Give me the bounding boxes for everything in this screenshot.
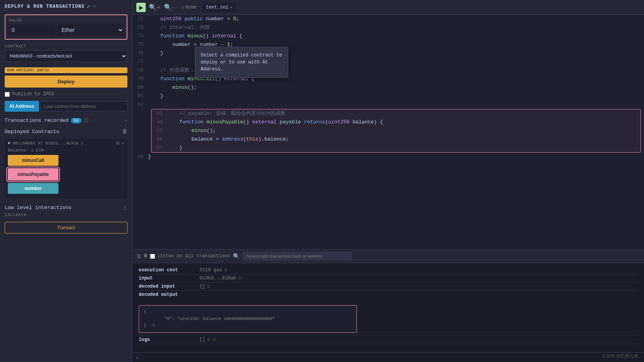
expand-bottom-btn[interactable]: › [136,354,138,360]
listen-label: listen on all transactions [157,253,230,259]
copy-decoded-input-icon[interactable]: ⧉ [207,284,210,289]
check-icon: ✓ [87,3,90,10]
highlighted-code-block: 83 // payable: 送钱，能给合约支付eth的函数 84 functi… [151,109,641,153]
number-button[interactable]: number [8,183,58,194]
log-label-decoded-output: decoded output [139,292,193,297]
decoded-output-inner: { "0": "uint256: balance 100000000000000… [144,309,352,329]
deployed-contracts-label: Deployed Contracts [5,129,59,135]
home-label: Home [185,5,197,10]
publish-checkbox[interactable] [5,92,10,97]
code-area: 72 uint256 public number = 5; 73 // inte… [132,15,644,249]
deployed-contracts-header: Deployed Contracts 🗑 [5,128,127,135]
log-value-logs: [] ⧉ ⧉ [199,337,216,343]
contract-instance-name: HELLOWEB3 AT 0XB31...4E9CA ( [13,141,84,146]
minus-call-button[interactable]: minusCall [8,155,58,166]
tab-home[interactable]: ⌂ Home [177,2,201,12]
value-section: VALUE Wei Gwei Ether [5,14,127,40]
code-line-81: 81 } [132,92,644,100]
copy-logs-icon-1[interactable]: ⧉ [207,337,210,342]
bottom-toolbar: ⇅ 0 listen on all transactions 🔍 [132,250,644,263]
code-line-85: 85 minus(); [152,127,640,135]
tooltip-box: Select a compiled contract to deploy or … [195,47,288,78]
publish-row: Publish to IPFS [5,91,127,97]
publish-label: Publish to IPFS [12,91,54,97]
log-label-logs: logs [139,337,193,343]
home-icon: ⌂ [181,5,184,10]
contract-select[interactable]: HelloWeb3 - contracts/text.sol [5,50,127,62]
value-label: VALUE [9,18,124,23]
log-row-decoded-output: decoded output { "0": "uint256: balance … [139,291,638,336]
watermark: CSDN @忆梦九洲 [603,353,638,359]
tab-close-icon[interactable]: ✕ [230,5,232,10]
tooltip-text: Select a compiled contract to deploy or … [201,53,282,72]
code-line-88: 88 } [132,153,644,161]
trash-icon[interactable]: 🗑 [122,128,127,135]
left-panel: DEPLOY & RUN TRANSACTIONS ✓ › VALUE Wei … [0,0,132,362]
log-label-decoded-input: decoded input [139,284,193,289]
code-line-84: 84 function minusPayable() external paya… [152,118,640,127]
at-address-button[interactable]: At Address [5,101,39,112]
tab-bar: ▶ 🔍+ 🔍- ⌂ Home text.sol ✕ [132,0,644,15]
code-line-74: 74 function minus() internal { [132,32,644,40]
copy-decoded-output-icon[interactable]: ⧉ [152,323,155,328]
balance-text: Balance: 1 ETH [8,148,124,153]
decoded-output-block: { "0": "uint256: balance 100000000000000… [139,305,357,333]
tx-arrow-icon[interactable]: › [124,118,127,123]
load-contract-input[interactable] [41,101,127,111]
code-line-72: 72 uint256 public number = 5; [132,15,644,23]
at-address-row: At Address [5,101,127,112]
listen-checkbox[interactable] [150,254,155,259]
search-input[interactable] [243,252,352,260]
log-value-decoded-input: {} ⧉ [199,284,210,289]
calldata-label: CALLDATA [5,213,127,217]
right-panel: ▶ 🔍+ 🔍- ⌂ Home text.sol ✕ 72 uint256 pub… [132,0,644,362]
close-icon[interactable]: ✕ [122,141,124,146]
tab-text-sol[interactable]: text.sol ✕ [202,2,236,12]
log-row-decoded-input: decoded input {} ⧉ [139,283,638,291]
log-row-input: input 0x303...810a6 ⧉ [139,274,638,283]
panel-title: DEPLOY & RUN TRANSACTIONS ✓ › [5,3,127,10]
copy-execution-cost-icon[interactable]: ⧉ [224,268,228,272]
run-button[interactable]: ▶ [136,3,146,12]
tx-count-badge: 56 [71,118,81,123]
contract-section: CONTRACT HelloWeb3 - contracts/text.sol [5,44,127,62]
caret-icon[interactable]: ▼ [8,141,11,146]
bottom-arrow-btn[interactable]: ⇅ [136,253,141,259]
minus-payable-button[interactable]: minusPayable [8,168,58,181]
contract-label: CONTRACT [5,44,127,49]
code-line-80: 80 minus(); [132,83,644,92]
bottom-panel: ⇅ 0 listen on all transactions 🔍 executi… [132,249,644,362]
low-level-header: Low level interactions ⋮ [5,205,127,211]
transact-button[interactable]: Transact [5,222,127,234]
copy-logs-icon-2[interactable]: ⧉ [213,337,216,342]
zoom-out-button[interactable]: 🔍- [162,3,175,12]
contract-instance: ▼ HELLOWEB3 AT 0XB31...4E9CA ( ⧉ ✕ Balan… [5,139,127,199]
arrow-icon: › [93,4,96,9]
unit-select[interactable]: Wei Gwei Ether [57,24,124,36]
log-label-input: input [139,276,193,281]
code-line-82: 82 [132,100,644,109]
tab-label: text.sol [206,5,229,10]
evm-badge: evm version: paris [5,67,127,73]
transactions-header: Transactions recorded 56 ⓘ › [5,117,127,124]
info-icon[interactable]: ⓘ [84,117,88,124]
tx-count: 0 [144,253,147,259]
code-line-86: 86 balance = address(this).balance; [152,135,640,144]
low-level-info-icon[interactable]: ⋮ [123,205,127,211]
deploy-button[interactable]: Deploy [5,76,127,88]
code-line-87: 87 } [152,144,640,152]
log-row-execution-cost: execution cost 5519 gas ⧉ [139,266,638,274]
log-value-input: 0x303...810a6 ⧉ [199,276,242,281]
transactions-label: Transactions recorded [5,118,69,123]
log-row-logs: logs [] ⧉ ⧉ [139,336,638,344]
copy-input-icon[interactable]: ⧉ [238,276,242,281]
copy-icon[interactable]: ⧉ [116,141,120,146]
panel-title-text: DEPLOY & RUN TRANSACTIONS [5,4,85,9]
log-content: execution cost 5519 gas ⧉ input 0x303...… [132,263,644,352]
search-button[interactable]: 🔍 [233,253,240,259]
log-label-execution-cost: execution cost [139,267,193,273]
code-line-83: 83 // payable: 送钱，能给合约支付eth的函数 [152,109,640,118]
zoom-in-button[interactable]: 🔍+ [147,3,162,12]
value-input[interactable] [9,25,55,35]
log-value-execution-cost: 5519 gas ⧉ [199,267,228,273]
